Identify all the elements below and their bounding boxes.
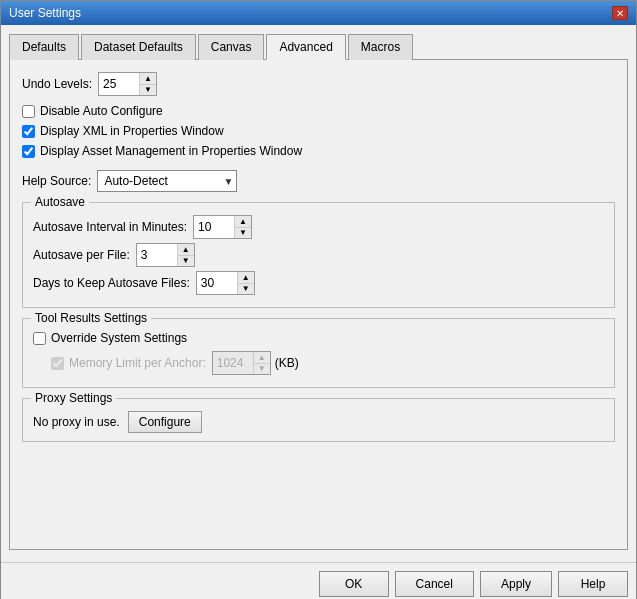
display-asset-checkbox[interactable] (22, 145, 35, 158)
tab-bar: Defaults Dataset Defaults Canvas Advance… (9, 33, 628, 60)
undo-levels-down[interactable]: ▼ (140, 84, 156, 95)
tool-results-group: Tool Results Settings Override System Se… (22, 318, 615, 388)
proxy-settings-title: Proxy Settings (31, 391, 116, 405)
tab-dataset-defaults[interactable]: Dataset Defaults (81, 34, 196, 60)
days-keep-input[interactable]: 30 (197, 272, 237, 294)
memory-limit-spinner: 1024 ▲ ▼ (212, 351, 271, 375)
autosave-per-file-up[interactable]: ▲ (178, 244, 194, 255)
undo-levels-spinner: 25 ▲ ▼ (98, 72, 157, 96)
memory-limit-input: 1024 (213, 352, 253, 374)
display-xml-label: Display XML in Properties Window (40, 124, 224, 138)
tab-defaults[interactable]: Defaults (9, 34, 79, 60)
days-keep-label: Days to Keep Autosave Files: (33, 276, 190, 290)
undo-levels-label: Undo Levels: (22, 77, 92, 91)
undo-levels-row: Undo Levels: 25 ▲ ▼ (22, 72, 615, 96)
undo-levels-input[interactable]: 25 (99, 73, 139, 95)
proxy-row: No proxy in use. Configure (33, 411, 604, 433)
memory-limit-label: Memory Limit per Anchor: (69, 356, 206, 370)
help-source-row: Help Source: Auto-Detect Online Local ▼ (22, 170, 615, 192)
disable-auto-configure-row: Disable Auto Configure (22, 104, 615, 118)
override-system-label: Override System Settings (51, 331, 187, 345)
help-source-select[interactable]: Auto-Detect Online Local (97, 170, 237, 192)
autosave-title: Autosave (31, 195, 89, 209)
bottom-button-bar: OK Cancel Apply Help (1, 562, 636, 599)
display-xml-row: Display XML in Properties Window (22, 124, 615, 138)
ok-button[interactable]: OK (319, 571, 389, 597)
window-title: User Settings (9, 6, 81, 20)
autosave-interval-spinner: 10 ▲ ▼ (193, 215, 252, 239)
memory-limit-row: Memory Limit per Anchor: 1024 ▲ ▼ (KB) (51, 351, 604, 375)
tab-macros[interactable]: Macros (348, 34, 413, 60)
days-keep-spinner: 30 ▲ ▼ (196, 271, 255, 295)
undo-levels-up[interactable]: ▲ (140, 73, 156, 84)
days-keep-up[interactable]: ▲ (238, 272, 254, 283)
user-settings-window: User Settings ✕ Defaults Dataset Default… (0, 0, 637, 599)
disable-auto-configure-checkbox[interactable] (22, 105, 35, 118)
tab-canvas[interactable]: Canvas (198, 34, 265, 60)
tab-advanced[interactable]: Advanced (266, 34, 345, 60)
tab-content-advanced: Undo Levels: 25 ▲ ▼ Disable Auto Configu… (9, 60, 628, 550)
autosave-per-file-down[interactable]: ▼ (178, 255, 194, 266)
apply-button[interactable]: Apply (480, 571, 552, 597)
display-xml-checkbox[interactable] (22, 125, 35, 138)
override-system-row: Override System Settings (33, 331, 604, 345)
proxy-settings-group: Proxy Settings No proxy in use. Configur… (22, 398, 615, 442)
autosave-group: Autosave Autosave Interval in Minutes: 1… (22, 202, 615, 308)
autosave-per-file-input[interactable]: 3 (137, 244, 177, 266)
autosave-interval-row: Autosave Interval in Minutes: 10 ▲ ▼ (33, 215, 604, 239)
memory-limit-checkbox[interactable] (51, 357, 64, 370)
display-asset-row: Display Asset Management in Properties W… (22, 144, 615, 158)
content-area: Defaults Dataset Defaults Canvas Advance… (1, 25, 636, 558)
memory-limit-up: ▲ (254, 352, 270, 363)
memory-limit-down: ▼ (254, 363, 270, 374)
autosave-interval-up[interactable]: ▲ (235, 216, 251, 227)
help-button[interactable]: Help (558, 571, 628, 597)
autosave-interval-label: Autosave Interval in Minutes: (33, 220, 187, 234)
autosave-interval-input[interactable]: 10 (194, 216, 234, 238)
autosave-per-file-spinner: 3 ▲ ▼ (136, 243, 195, 267)
tool-results-title: Tool Results Settings (31, 311, 151, 325)
autosave-per-file-label: Autosave per File: (33, 248, 130, 262)
cancel-button[interactable]: Cancel (395, 571, 474, 597)
disable-auto-configure-label: Disable Auto Configure (40, 104, 163, 118)
autosave-interval-down[interactable]: ▼ (235, 227, 251, 238)
override-system-checkbox[interactable] (33, 332, 46, 345)
no-proxy-label: No proxy in use. (33, 415, 120, 429)
days-keep-down[interactable]: ▼ (238, 283, 254, 294)
memory-limit-unit: (KB) (275, 356, 299, 370)
help-source-select-container: Auto-Detect Online Local ▼ (97, 170, 237, 192)
autosave-per-file-row: Autosave per File: 3 ▲ ▼ (33, 243, 604, 267)
days-keep-row: Days to Keep Autosave Files: 30 ▲ ▼ (33, 271, 604, 295)
display-asset-label: Display Asset Management in Properties W… (40, 144, 302, 158)
configure-button[interactable]: Configure (128, 411, 202, 433)
help-source-label: Help Source: (22, 174, 91, 188)
title-bar: User Settings ✕ (1, 1, 636, 25)
close-button[interactable]: ✕ (612, 6, 628, 20)
